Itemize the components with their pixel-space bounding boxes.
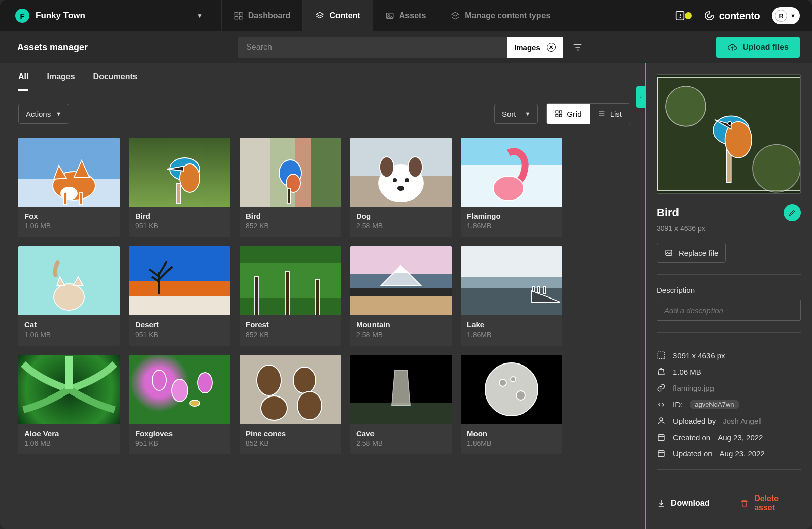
asset-size: 2.58 MB — [356, 439, 446, 447]
replace-file-label: Replace file — [679, 249, 718, 257]
trash-icon — [740, 499, 749, 508]
chevron-right-icon — [638, 93, 644, 101]
actions-dropdown[interactable]: Actions ▼ — [18, 104, 69, 124]
svg-marker-50 — [532, 291, 560, 302]
asset-card[interactable]: Foxgloves 951 KB — [129, 355, 230, 454]
asset-thumbnail — [461, 138, 562, 207]
tab-documents[interactable]: Documents — [93, 72, 138, 91]
asset-card[interactable]: Bird 951 KB — [129, 138, 230, 237]
asset-card[interactable]: Lake 1.86MB — [461, 246, 562, 346]
asset-card[interactable]: Desert 951 KB — [129, 246, 230, 346]
svg-point-66 — [511, 377, 516, 382]
meta-id-value[interactable]: agveNdA7wn — [690, 400, 739, 409]
details-panel: Bird 3091 x 4636 px Replace file Descrip… — [645, 63, 812, 529]
panel-collapse-button[interactable] — [636, 86, 646, 108]
svg-rect-18 — [560, 114, 562, 117]
asset-card[interactable]: Pine cones 852 KB — [240, 355, 341, 454]
download-button[interactable]: Download — [657, 499, 709, 508]
asset-card[interactable]: Bird 852 KB — [240, 138, 341, 237]
asset-size: 1.06 MB — [24, 439, 114, 447]
nav-manage-content-types[interactable]: Manage content types — [438, 0, 562, 31]
sort-dropdown[interactable]: Sort ▼ — [494, 104, 538, 124]
svg-marker-43 — [57, 277, 65, 286]
nav-dashboard[interactable]: Dashboard — [221, 0, 303, 31]
tab-all[interactable]: All — [18, 72, 28, 91]
asset-thumbnail — [350, 355, 452, 424]
asset-thumbnail — [18, 138, 120, 207]
asset-thumbnail — [18, 355, 120, 424]
svg-rect-3 — [239, 17, 242, 19]
meta-uploaded-by-value: Josh Angell — [723, 417, 762, 425]
description-label: Description — [657, 286, 801, 294]
svg-point-61 — [297, 391, 322, 420]
asset-thumbnail — [240, 138, 341, 207]
sub-header: Assets manager Images ✕ Upload files — [0, 31, 812, 63]
upload-button-label: Upload files — [742, 43, 789, 52]
delete-button[interactable]: Delete asset — [740, 494, 801, 512]
asset-card[interactable]: Forest 852 KB — [240, 246, 341, 346]
asset-card[interactable]: Fox 1.06 MB — [18, 138, 120, 237]
asset-title: Dog — [356, 212, 446, 220]
asset-title: Cave — [356, 429, 446, 438]
nav-assets[interactable]: Assets — [373, 0, 438, 31]
detail-thumbnail — [657, 74, 801, 194]
user-menu[interactable]: R ▼ — [772, 7, 800, 24]
svg-point-74 — [728, 122, 732, 126]
tab-images[interactable]: Images — [47, 72, 75, 91]
asset-thumbnail — [129, 138, 230, 207]
remove-filter-icon[interactable]: ✕ — [547, 43, 556, 52]
asset-card[interactable]: Dog 2.58 MB — [350, 138, 452, 237]
asset-size: 951 KB — [135, 330, 224, 339]
asset-card[interactable]: Moon 1.86MB — [461, 355, 562, 454]
svg-rect-1 — [239, 12, 242, 15]
brand: contento — [704, 10, 760, 22]
top-header: F Funky Town ▼ Dashboard Content Assets … — [0, 0, 812, 31]
chevron-down-icon: ▼ — [56, 111, 61, 117]
main-nav: Dashboard Content Assets Manage content … — [221, 0, 563, 31]
asset-title: Flamingo — [467, 212, 556, 220]
asset-title: Cat — [24, 320, 114, 329]
filter-icon[interactable] — [572, 42, 583, 53]
svg-marker-23 — [54, 166, 66, 179]
asset-filter-tabs: All Images Documents — [18, 72, 630, 91]
nav-manage-label: Manage content types — [465, 11, 550, 20]
chevron-down-icon: ▼ — [525, 111, 530, 117]
asset-card[interactable]: Mountain 2.58 MB — [350, 246, 452, 346]
asset-title: Bird — [246, 212, 335, 220]
svg-point-40 — [397, 185, 405, 191]
workspace-caret-icon[interactable]: ▼ — [197, 12, 203, 19]
view-list-label: List — [610, 110, 622, 118]
asset-grid: Fox 1.06 MB Bird 951 KB Bird 852 KB Dog … — [18, 138, 630, 454]
workspace-avatar[interactable]: F — [15, 9, 29, 23]
meta-updated-label: Updated on — [673, 449, 713, 458]
upload-button[interactable]: Upload files — [716, 37, 800, 58]
workspace-name[interactable]: Funky Town — [36, 11, 85, 21]
svg-point-77 — [661, 368, 662, 370]
search-filter-chip[interactable]: Images ✕ — [507, 37, 563, 58]
asset-card[interactable]: Cat 1.06 MB — [18, 246, 120, 346]
view-toggle: Grid List — [546, 103, 630, 124]
svg-rect-45 — [255, 277, 259, 315]
alert-button[interactable] — [674, 10, 692, 21]
svg-point-39 — [404, 178, 410, 183]
view-list-button[interactable]: List — [590, 104, 630, 124]
download-icon — [657, 499, 666, 508]
replace-file-button[interactable]: Replace file — [657, 243, 726, 263]
meta-uploaded-by-row: Uploaded by Josh Angell — [657, 416, 801, 425]
meta-filename-row: flamingo.jpg — [657, 383, 801, 392]
asset-card[interactable]: Aloe Vera 1.06 MB — [18, 355, 120, 454]
asset-card[interactable]: Cave 2.58 MB — [350, 355, 452, 454]
nav-dashboard-label: Dashboard — [248, 11, 291, 20]
description-input[interactable] — [657, 300, 801, 321]
asset-size: 852 KB — [246, 222, 335, 230]
svg-marker-44 — [73, 277, 83, 286]
svg-point-56 — [198, 373, 212, 393]
edit-title-button[interactable] — [784, 204, 801, 221]
svg-point-57 — [190, 400, 200, 406]
search-input[interactable] — [238, 37, 507, 58]
meta-created-label: Created on — [673, 433, 710, 442]
view-grid-button[interactable]: Grid — [547, 104, 589, 124]
delete-label: Delete asset — [754, 494, 801, 512]
nav-content[interactable]: Content — [302, 0, 372, 31]
asset-card[interactable]: Flamingo 1.86MB — [461, 138, 562, 237]
